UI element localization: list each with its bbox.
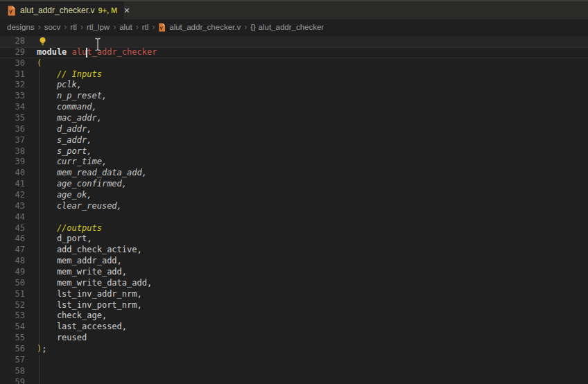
line-number[interactable]: 50 bbox=[0, 278, 25, 289]
line-number[interactable]: 48 bbox=[0, 256, 25, 267]
breadcrumb-item-rtl_lpw[interactable]: rtl_lpw bbox=[87, 23, 110, 31]
code-text bbox=[37, 212, 588, 223]
breadcrumb-item-designs[interactable]: designs bbox=[7, 23, 35, 31]
code-text: mem_write_add, bbox=[37, 267, 588, 278]
line-number[interactable]: 49 bbox=[0, 267, 25, 278]
line-number[interactable]: 32 bbox=[0, 80, 25, 91]
line-number[interactable]: 38 bbox=[0, 146, 25, 157]
line-number[interactable]: 45 bbox=[0, 223, 25, 234]
line-number[interactable]: 54 bbox=[0, 322, 25, 333]
code-line-38[interactable]: 38 s_port, bbox=[0, 146, 588, 157]
vscode-editor-window: { "tab": { "filename": "alut_addr_checke… bbox=[0, 0, 588, 384]
code-line-40[interactable]: 40 mem_read_data_add, bbox=[0, 168, 588, 179]
line-number[interactable]: 57 bbox=[0, 355, 25, 366]
code-line-47[interactable]: 47 add_check_active, bbox=[0, 245, 588, 256]
code-text: mac_addr, bbox=[37, 113, 588, 124]
code-line-41[interactable]: 41 age_confirmed, bbox=[0, 179, 588, 190]
indent-guide bbox=[39, 201, 40, 212]
token: s_port, bbox=[37, 146, 92, 156]
code-line-49[interactable]: 49 mem_write_add, bbox=[0, 267, 588, 278]
code-line-34[interactable]: 34 command, bbox=[0, 102, 588, 113]
breadcrumb-separator: › bbox=[152, 22, 155, 32]
code-line-52[interactable]: 52 lst_inv_port_nrm, bbox=[0, 300, 588, 311]
line-number[interactable]: 35 bbox=[0, 113, 25, 124]
code-line-32[interactable]: 32 pclk, bbox=[0, 80, 588, 91]
code-line-57[interactable]: 57 bbox=[0, 355, 588, 366]
code-line-58[interactable]: 58 bbox=[0, 366, 588, 377]
line-number[interactable]: 43 bbox=[0, 201, 25, 212]
line-number[interactable]: 28 bbox=[0, 36, 25, 47]
code-line-36[interactable]: 36 d_addr, bbox=[0, 124, 588, 135]
token: s_addr, bbox=[37, 135, 92, 145]
code-line-48[interactable]: 48 mem_addr_add, bbox=[0, 256, 588, 267]
indent-guide bbox=[39, 289, 40, 300]
line-number[interactable]: 30 bbox=[0, 58, 25, 69]
code-line-56[interactable]: 56); bbox=[0, 344, 588, 355]
line-number[interactable]: 55 bbox=[0, 333, 25, 344]
editor-tab[interactable]: alut_addr_checker.v 9+, M ✕ bbox=[0, 1, 123, 19]
code-line-29[interactable]: 29module alut_addr_checker bbox=[0, 47, 588, 58]
breadcrumb-separator: › bbox=[38, 22, 41, 32]
breadcrumb-item-rtl[interactable]: rtl bbox=[142, 23, 149, 31]
line-number[interactable]: 31 bbox=[0, 69, 25, 80]
code-line-46[interactable]: 46 d_port, bbox=[0, 234, 588, 245]
code-text: lst_inv_port_nrm, bbox=[37, 300, 588, 311]
breadcrumb-item-rtl[interactable]: rtl bbox=[70, 23, 77, 31]
breadcrumb-separator: › bbox=[113, 22, 116, 32]
code-line-59[interactable]: 59 bbox=[0, 377, 588, 384]
line-number[interactable]: 59 bbox=[0, 377, 25, 384]
line-number[interactable]: 29 bbox=[0, 47, 25, 58]
code-text: //outputs bbox=[37, 223, 588, 234]
line-number[interactable]: 33 bbox=[0, 91, 25, 102]
breadcrumb-item-socv[interactable]: socv bbox=[44, 23, 61, 31]
line-number[interactable]: 36 bbox=[0, 124, 25, 135]
line-number[interactable]: 39 bbox=[0, 157, 25, 168]
tab-problems-badge: 9+, M bbox=[98, 6, 117, 15]
code-line-31[interactable]: 31 // Inputs bbox=[0, 69, 588, 80]
code-line-33[interactable]: 33 n_p_reset, bbox=[0, 91, 588, 102]
token bbox=[67, 47, 71, 57]
line-number[interactable]: 56 bbox=[0, 344, 25, 355]
code-line-37[interactable]: 37 s_addr, bbox=[0, 135, 588, 146]
line-number[interactable]: 52 bbox=[0, 300, 25, 311]
lightbulb-icon[interactable] bbox=[38, 37, 47, 46]
code-line-39[interactable]: 39 curr_time, bbox=[0, 157, 588, 168]
line-number[interactable]: 51 bbox=[0, 289, 25, 300]
code-line-42[interactable]: 42 age_ok, bbox=[0, 190, 588, 201]
breadcrumb-item-alut[interactable]: alut bbox=[119, 23, 132, 31]
code-line-45[interactable]: 45 //outputs bbox=[0, 223, 588, 234]
token: command, bbox=[37, 102, 97, 112]
code-line-28[interactable]: 28 bbox=[0, 36, 588, 47]
close-icon[interactable]: ✕ bbox=[123, 5, 130, 16]
line-number[interactable]: 47 bbox=[0, 245, 25, 256]
line-number[interactable]: 46 bbox=[0, 234, 25, 245]
line-number[interactable]: 44 bbox=[0, 212, 25, 223]
line-number[interactable]: 37 bbox=[0, 135, 25, 146]
code-line-55[interactable]: 55 reused bbox=[0, 333, 588, 344]
code-text: last_accessed, bbox=[37, 322, 588, 333]
line-number[interactable]: 34 bbox=[0, 102, 25, 113]
code-text: n_p_reset, bbox=[37, 91, 588, 102]
code-line-35[interactable]: 35 mac_addr, bbox=[0, 113, 588, 124]
line-number[interactable]: 42 bbox=[0, 190, 25, 201]
line-number[interactable]: 53 bbox=[0, 311, 25, 322]
line-number[interactable]: 58 bbox=[0, 366, 25, 377]
token: last_accessed, bbox=[37, 322, 127, 331]
code-line-51[interactable]: 51 lst_inv_addr_nrm, bbox=[0, 289, 588, 300]
code-line-54[interactable]: 54 last_accessed, bbox=[0, 322, 588, 333]
line-number[interactable]: 40 bbox=[0, 168, 25, 179]
token: // Inputs bbox=[37, 69, 102, 79]
line-number[interactable]: 41 bbox=[0, 179, 25, 190]
code-editor[interactable]: 2829module alut_addr_checker30(31 // Inp… bbox=[0, 35, 588, 384]
token: age_confirmed, bbox=[37, 179, 127, 189]
code-line-44[interactable]: 44 bbox=[0, 212, 588, 223]
breadcrumb-file[interactable]: alut_addr_checker.v bbox=[169, 23, 241, 31]
code-line-43[interactable]: 43 clear_reused, bbox=[0, 201, 588, 212]
code-line-53[interactable]: 53 check_age, bbox=[0, 311, 588, 322]
indent-guide bbox=[39, 245, 40, 256]
breadcrumb-symbol[interactable]: alut_addr_checker bbox=[259, 23, 325, 31]
code-text: mem_write_data_add, bbox=[37, 278, 588, 289]
token: n_p_reset, bbox=[37, 91, 107, 101]
code-line-30[interactable]: 30( bbox=[0, 58, 588, 69]
code-line-50[interactable]: 50 mem_write_data_add, bbox=[0, 278, 588, 289]
